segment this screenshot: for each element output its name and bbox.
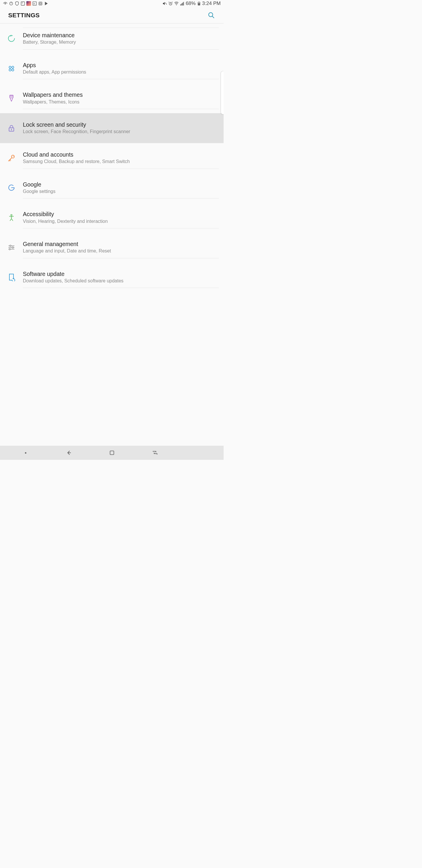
- svg-point-24: [12, 69, 14, 71]
- svg-point-22: [12, 66, 14, 68]
- svg-rect-12: [180, 4, 181, 6]
- svg-point-33: [10, 245, 11, 247]
- translate-icon: A: [32, 1, 37, 6]
- settings-row-subtitle: Lock screen, Face Recognition, Fingerpri…: [23, 128, 215, 135]
- scroll-handle[interactable]: [221, 71, 224, 114]
- svg-point-37: [9, 248, 10, 250]
- svg-point-11: [176, 5, 177, 5]
- mute-icon: [162, 1, 167, 6]
- wifi-icon: [174, 1, 179, 6]
- settings-row-lock-screen-security[interactable]: Lock screen and securityLock screen, Fac…: [0, 113, 224, 143]
- settings-row-text: GoogleGoogle settings: [23, 177, 219, 199]
- settings-row-device-maintenance[interactable]: Device maintenanceBattery, Storage, Memo…: [0, 24, 224, 54]
- alarm-icon: [168, 1, 173, 6]
- nav-indicator-dot: [25, 452, 26, 454]
- image-icon: [21, 1, 25, 6]
- brush-icon: [0, 94, 23, 102]
- eye-icon: [3, 1, 8, 6]
- settings-row-text: Cloud and accountsSamsung Cloud, Backup …: [23, 147, 219, 169]
- signal-icon: [180, 1, 185, 6]
- settings-row-subtitle: Vision, Hearing, Dexterity and interacti…: [23, 218, 215, 225]
- svg-line-9: [165, 3, 167, 5]
- navigation-bar: [0, 446, 224, 460]
- play-icon: [44, 1, 48, 6]
- amoled-icon: [26, 1, 31, 6]
- status-left-icons: A: [3, 1, 48, 6]
- settings-row-subtitle: Language and input, Date and time, Reset: [23, 248, 215, 254]
- svg-point-21: [9, 66, 11, 68]
- settings-row-title: Apps: [23, 61, 215, 69]
- lock-icon: [0, 124, 23, 132]
- settings-row-google[interactable]: GoogleGoogle settings: [0, 173, 224, 203]
- four-dots-icon: [0, 64, 23, 73]
- settings-row-text: Software updateDownload updates, Schedul…: [23, 267, 219, 288]
- svg-rect-17: [198, 3, 200, 5]
- shield-icon: [15, 1, 19, 6]
- settings-row-title: Cloud and accounts: [23, 151, 215, 158]
- settings-row-text: Lock screen and securityLock screen, Fac…: [23, 117, 219, 139]
- recents-icon: [152, 449, 159, 456]
- svg-point-30: [13, 156, 14, 157]
- search-icon: [208, 12, 215, 19]
- svg-point-4: [22, 3, 23, 3]
- google-g-icon: [0, 184, 23, 192]
- settings-row-text: Wallpapers and themesWallpapers, Themes,…: [23, 87, 219, 109]
- settings-row-text: AppsDefault apps, App permissions: [23, 58, 219, 80]
- svg-rect-14: [182, 3, 183, 5]
- page-title: SETTINGS: [8, 12, 39, 19]
- settings-row-title: Wallpapers and themes: [23, 91, 215, 98]
- settings-row-title: Device maintenance: [23, 31, 215, 39]
- back-icon: [65, 449, 72, 456]
- settings-row-text: AccessibilityVision, Hearing, Dexterity …: [23, 207, 219, 228]
- svg-point-8: [39, 3, 41, 4]
- settings-row-wallpapers-themes[interactable]: Wallpapers and themesWallpapers, Themes,…: [0, 83, 224, 113]
- svg-rect-38: [110, 451, 114, 455]
- settings-row-title: Lock screen and security: [23, 121, 215, 128]
- svg-point-35: [12, 247, 13, 248]
- key-icon: [0, 154, 23, 162]
- svg-rect-13: [181, 3, 182, 6]
- svg-rect-3: [21, 2, 25, 5]
- settings-row-text: General managementLanguage and input, Da…: [23, 237, 219, 258]
- app-header: SETTINGS: [0, 7, 224, 24]
- sliders-icon: [0, 243, 23, 252]
- home-icon: [109, 450, 115, 456]
- battery-icon: [197, 1, 201, 6]
- settings-list: Device maintenanceBattery, Storage, Memo…: [0, 24, 224, 292]
- battery-percent: 68%: [186, 1, 196, 6]
- settings-row-subtitle: Download updates, Scheduled software upd…: [23, 278, 215, 284]
- svg-point-23: [9, 69, 11, 71]
- settings-row-general-management[interactable]: General managementLanguage and input, Da…: [0, 232, 224, 262]
- settings-row-title: Accessibility: [23, 210, 215, 218]
- settings-row-title: Software update: [23, 270, 215, 278]
- settings-row-subtitle: Samsung Cloud, Backup and restore, Smart…: [23, 158, 215, 165]
- settings-row-apps[interactable]: AppsDefault apps, App permissions: [0, 54, 224, 84]
- svg-point-0: [5, 3, 6, 4]
- settings-row-accessibility[interactable]: AccessibilityVision, Hearing, Dexterity …: [0, 203, 224, 232]
- settings-row-title: General management: [23, 240, 215, 248]
- recents-button[interactable]: [148, 446, 162, 460]
- settings-row-subtitle: Battery, Storage, Memory: [23, 39, 215, 45]
- person-icon: [0, 214, 23, 222]
- svg-rect-7: [39, 2, 42, 5]
- status-right: 68% 3:24 PM: [162, 1, 221, 6]
- settings-row-cloud-accounts[interactable]: Cloud and accountsSamsung Cloud, Backup …: [0, 143, 224, 173]
- refresh-circle-icon: [0, 34, 23, 42]
- svg-rect-15: [183, 2, 184, 6]
- camera-icon: [38, 1, 43, 6]
- back-button[interactable]: [62, 446, 76, 460]
- power-icon: [9, 1, 13, 6]
- search-button[interactable]: [207, 11, 216, 19]
- settings-row-title: Google: [23, 181, 215, 188]
- settings-row-subtitle: Default apps, App permissions: [23, 69, 215, 75]
- settings-row-subtitle: Google settings: [23, 188, 215, 195]
- settings-row-text: Device maintenanceBattery, Storage, Memo…: [23, 28, 219, 50]
- svg-rect-18: [199, 2, 199, 2]
- home-button[interactable]: [105, 446, 119, 460]
- svg-line-20: [212, 16, 214, 18]
- status-bar: A 68% 3:24 PM: [0, 0, 224, 7]
- settings-row-subtitle: Wallpapers, Themes, Icons: [23, 99, 215, 105]
- svg-text:A: A: [33, 2, 35, 5]
- update-arrow-icon: [0, 273, 23, 281]
- settings-row-software-update[interactable]: Software updateDownload updates, Schedul…: [0, 262, 224, 292]
